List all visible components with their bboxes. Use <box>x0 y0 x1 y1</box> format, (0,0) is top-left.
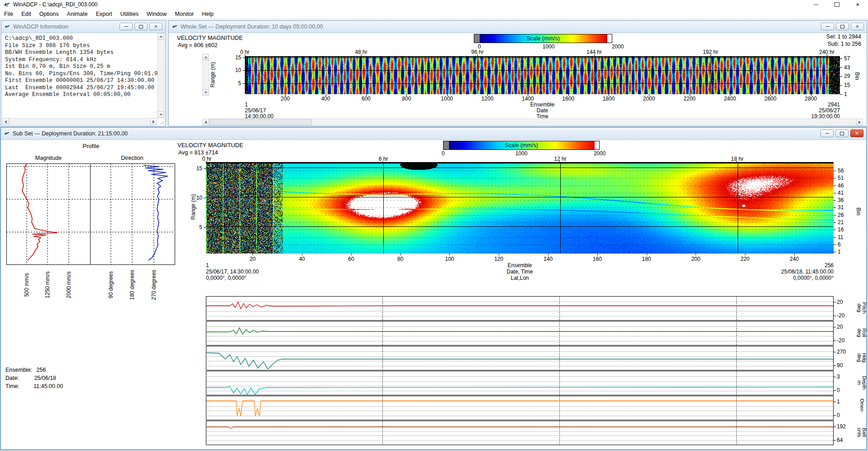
first-ensemble-label: 1 <box>245 101 248 108</box>
time-axis-title: Time <box>525 113 561 120</box>
date-axis-title: Date <box>525 107 561 114</box>
ensemble-tick-label: 80 <box>391 256 410 262</box>
wholeset-heatmap-canvas[interactable] <box>245 56 840 94</box>
range-tick <box>204 198 206 198</box>
profile-axis-label: 500 mm/s <box>24 267 30 303</box>
ensemble-tick <box>406 94 407 96</box>
status-ensemble-value: 256 <box>37 367 46 373</box>
whole-set-titlebar[interactable]: Whole Set --- Deployment Duration: 10 da… <box>169 21 867 33</box>
selection-label: Sel: 1 to 2944 <box>826 34 861 40</box>
ensemble-tick <box>447 94 448 96</box>
restore-button[interactable] <box>134 23 148 30</box>
ensemble-tick <box>597 254 598 255</box>
minimize-button[interactable] <box>821 23 834 30</box>
ts-tick-label: 90 <box>837 362 843 369</box>
scroll-right-button[interactable] <box>856 119 863 125</box>
ts-tick <box>834 341 836 341</box>
status-date: Date: 25/06/18 <box>5 375 56 381</box>
scroll-left-button[interactable] <box>2 118 9 125</box>
ensemble-tick <box>326 94 326 96</box>
scroll-up-button[interactable] <box>157 33 164 40</box>
magnitude-panel-title: Magnitude <box>5 155 91 161</box>
minimize-button[interactable] <box>806 0 826 9</box>
ensemble-tick-label: 400 <box>315 96 337 102</box>
timeseries-panel-depth[interactable] <box>206 371 834 395</box>
range-tick-label: 10 <box>227 67 241 73</box>
ts-tick-label: 3 <box>837 374 840 380</box>
ts-tick-label: 0 <box>837 387 840 393</box>
close-button[interactable]: ✕ <box>847 0 868 9</box>
subset-heatmap-canvas[interactable] <box>206 162 834 254</box>
scroll-right-button[interactable] <box>150 118 157 125</box>
info-window-titlebar[interactable]: WinADCP Information ✕ <box>1 21 165 33</box>
menu-help[interactable]: Help <box>198 10 218 18</box>
direction-panel-title: Direction <box>89 155 175 161</box>
resize-grip[interactable] <box>158 119 164 125</box>
bin-tick <box>840 85 842 86</box>
time-axis-label: 6 hr <box>373 156 393 162</box>
menu-export[interactable]: Export <box>92 10 116 18</box>
minimize-button[interactable] <box>820 130 834 137</box>
ts-tick-label: -20 <box>837 337 844 344</box>
time-axis-tick <box>559 161 560 162</box>
bin-tick <box>834 237 836 238</box>
latlon-axis-title: Lat,Lon <box>497 275 543 281</box>
timeseries-panel-batt[interactable] <box>206 421 834 445</box>
maximize-button[interactable] <box>826 0 847 9</box>
ts-panel-caption: Pitchdeg <box>857 299 867 317</box>
ensemble-tick-label: 2000 <box>638 96 660 102</box>
menu-options[interactable]: Options <box>35 10 63 18</box>
ensemble-tick <box>285 94 286 96</box>
scrollbar-thumb[interactable] <box>210 119 312 125</box>
file-info-text: C:\adcp\_RDI_003.000 File Size 3 986 176… <box>5 35 161 99</box>
bin-tick-label: 6 <box>838 241 841 248</box>
timeseries-panel-pitch[interactable] <box>206 296 834 321</box>
scroll-up-button[interactable] <box>202 54 209 60</box>
menu-monitor[interactable]: Monitor <box>171 10 198 18</box>
first-ensemble-label: 1 <box>206 262 209 269</box>
bin-tick-label: 51 <box>838 175 844 181</box>
subset-label: Sub: 1 to 256 <box>828 41 861 47</box>
close-button[interactable]: ✕ <box>850 130 863 137</box>
profile-axis-label: 270 degrees <box>151 267 157 303</box>
bin-tick-label: 57 <box>844 55 850 62</box>
scroll-down-button[interactable] <box>157 111 164 118</box>
scroll-left-button[interactable] <box>202 119 209 125</box>
main-window-controls: ✕ <box>806 0 868 9</box>
profile-plot[interactable] <box>6 163 175 265</box>
menu-utilities[interactable]: Utilities <box>116 10 143 18</box>
ensemble-tick <box>302 254 302 255</box>
timeseries-panel-roll[interactable] <box>206 321 834 345</box>
close-icon: ✕ <box>154 24 157 29</box>
status-ensemble: Ensemble: 256 <box>5 367 46 373</box>
range-tick-label: 15 <box>188 165 202 172</box>
menu-edit[interactable]: Edit <box>17 10 35 18</box>
close-button[interactable]: ✕ <box>851 23 864 30</box>
minimize-button[interactable] <box>119 23 133 30</box>
range-tick <box>243 83 245 84</box>
ts-panel-caption: Battcnts <box>857 423 867 441</box>
timeseries-panel-orien[interactable] <box>206 396 834 420</box>
restore-button[interactable] <box>835 130 849 137</box>
sub-set-titlebar[interactable]: Sub Set --- Deployment Duration: 21:15:0… <box>1 128 866 140</box>
timeseries-panel-hdg[interactable] <box>206 346 834 370</box>
menu-file[interactable]: File <box>0 10 17 18</box>
range-tick-label: 5 <box>227 80 241 86</box>
restore-button[interactable] <box>836 23 849 30</box>
bin-tick <box>834 245 836 245</box>
menu-animate[interactable]: Animate <box>63 10 92 18</box>
winadcp-app-icon <box>172 24 178 29</box>
arrow-right-icon <box>153 120 155 124</box>
scroll-down-button[interactable] <box>202 89 209 96</box>
close-button[interactable]: ✕ <box>149 23 162 30</box>
info-horizontal-scrollbar[interactable] <box>2 118 157 125</box>
winadcp-app-icon <box>5 24 10 29</box>
timeseries-curve <box>206 321 834 346</box>
menu-window[interactable]: Window <box>143 10 171 18</box>
sub-set-buttons: ✕ <box>820 130 863 137</box>
ensemble-tick <box>696 254 696 255</box>
info-vertical-scrollbar[interactable] <box>157 33 164 118</box>
whole-set-window: Whole Set --- Deployment Duration: 10 da… <box>168 20 867 126</box>
time-axis-label: 0 hr <box>197 156 217 162</box>
main-titlebar[interactable]: WinADCP - C:\adcp\_RDI_003.000 ✕ <box>0 0 868 9</box>
